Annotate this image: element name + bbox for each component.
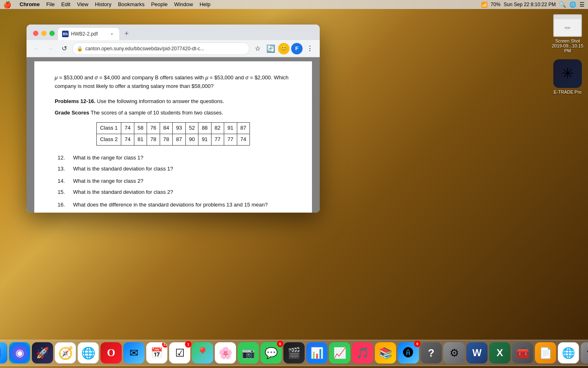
menu-window[interactable]: Window xyxy=(171,0,196,9)
dock-chrome[interactable]: 🌐 xyxy=(78,342,99,364)
numbers-icon: 📈 xyxy=(333,347,346,359)
q13-num: 13. xyxy=(55,165,65,173)
etrade-label: E-TRADE Pro xyxy=(554,90,581,94)
chrome-icon: 🌐 xyxy=(81,346,96,360)
problems-desc: Use the following information to answer … xyxy=(97,98,224,104)
close-button[interactable] xyxy=(33,31,38,36)
toolbox-icon: 🧰 xyxy=(516,347,529,359)
desktop-icons: PDF Screen Shot2019-09...10.15 PM ✳ E-TR… xyxy=(551,14,584,94)
dock-finder[interactable]: 🖥 xyxy=(0,342,7,364)
grade-scores-desc: The scores of a sample of 10 students fr… xyxy=(91,110,223,116)
clock: Sun Sep 22 8:10:22 PM xyxy=(504,2,556,7)
spotlight-icon[interactable]: 🔍 xyxy=(559,1,566,8)
dock-safari[interactable]: 🧭 xyxy=(55,342,76,364)
new-tab-button[interactable]: + xyxy=(121,28,132,39)
questions-list: 12. What is the range for class 1? 13. W… xyxy=(55,154,292,209)
tab-close-button[interactable]: × xyxy=(109,31,115,37)
forward-button[interactable]: → xyxy=(45,43,56,54)
class2-score-2: 81 xyxy=(134,134,147,145)
minimize-button[interactable] xyxy=(41,31,47,36)
bookmark-button[interactable]: ☆ xyxy=(252,43,263,54)
reminders-icon: ☑ xyxy=(175,347,185,359)
menu-view[interactable]: View xyxy=(74,0,91,9)
dock-trash[interactable]: 🗑 xyxy=(581,342,588,364)
dock-maps[interactable]: 📍 xyxy=(192,342,213,364)
class1-score-3: 76 xyxy=(147,123,160,134)
refresh-button[interactable]: ↺ xyxy=(58,43,70,54)
class2-score-4: 78 xyxy=(160,134,172,145)
dock-pages[interactable]: 📄 xyxy=(535,342,556,364)
window-controls xyxy=(30,31,58,40)
toolbar-actions: ☆ 🔄 😊 F ⋮ xyxy=(252,43,316,54)
back-button[interactable]: ← xyxy=(31,43,42,54)
tab-title: HWB2-2.pdf xyxy=(71,31,106,37)
browser-window: Bb HWB2-2.pdf × + ← → ↺ 🔒 canton.open.su… xyxy=(27,25,320,213)
dock-opera[interactable]: O xyxy=(100,342,122,364)
active-tab[interactable]: Bb HWB2-2.pdf × xyxy=(58,28,119,40)
dock-preferences[interactable]: ⚙ xyxy=(443,342,465,364)
dock-numbers[interactable]: 📈 xyxy=(329,342,350,364)
grade-scores-label: Grade Scores xyxy=(55,110,89,116)
dock-chrome2[interactable]: 🌐 xyxy=(558,342,579,364)
menu-file[interactable]: File xyxy=(43,0,58,9)
extension-emoji-button[interactable]: 😊 xyxy=(278,43,290,54)
pdf-content: μ = $53,000 and σ = $4,000 and company B… xyxy=(27,57,320,213)
menu-people[interactable]: People xyxy=(148,0,171,9)
class1-score-1: 74 xyxy=(121,123,134,134)
menu-edit[interactable]: Edit xyxy=(58,0,74,9)
maximize-button[interactable] xyxy=(49,31,55,36)
notification-icon[interactable]: ☰ xyxy=(579,1,585,8)
table-row-1: Class 1 74 58 76 84 93 52 88 82 91 87 xyxy=(96,123,249,134)
siri-icon[interactable]: 🌐 xyxy=(569,1,576,8)
dock-reminders[interactable]: ☑ 1 xyxy=(169,342,190,364)
extension-refresh-button[interactable]: 🔄 xyxy=(265,43,276,54)
q16-num: 16. xyxy=(55,201,65,209)
dock-word[interactable]: W xyxy=(466,342,488,364)
apple-menu[interactable]: 🍎 xyxy=(3,1,11,9)
dock-facetime[interactable]: 📷 xyxy=(238,342,259,364)
menu-help[interactable]: Help xyxy=(196,0,214,9)
more-button[interactable]: ⋮ xyxy=(304,43,316,54)
menu-history[interactable]: History xyxy=(91,0,114,9)
profile-button[interactable]: F xyxy=(291,43,303,54)
tab-favicon: Bb xyxy=(62,31,69,37)
dock-keynote[interactable]: 📊 xyxy=(306,342,327,364)
word-icon: W xyxy=(472,347,482,359)
score-table: Class 1 74 58 76 84 93 52 88 82 91 87 Cl… xyxy=(96,122,250,146)
menu-chrome[interactable]: Chrome xyxy=(16,0,43,9)
lock-icon: 🔒 xyxy=(77,46,83,52)
class2-score-3: 78 xyxy=(147,134,160,145)
dock-mail[interactable]: ✉ xyxy=(123,342,145,364)
menu-bookmarks[interactable]: Bookmarks xyxy=(115,0,148,9)
dock-books[interactable]: 📚 xyxy=(375,342,396,364)
imovie-icon: 🎬 xyxy=(287,347,301,359)
books-icon: 📚 xyxy=(379,347,392,359)
mail-icon: ✉ xyxy=(129,347,138,359)
calendar-icon: 📅 xyxy=(151,347,163,359)
dock-messages[interactable]: 💬 6 xyxy=(261,342,282,364)
dock-toolbox[interactable]: 🧰 xyxy=(512,342,533,364)
dock-siri[interactable]: ◉ xyxy=(9,342,30,364)
dock-launchpad[interactable]: 🚀 xyxy=(32,342,53,364)
dock-calendar[interactable]: 📅 22 xyxy=(146,342,167,364)
dock-photos[interactable]: 🌸 xyxy=(215,342,236,364)
class2-score-9: 77 xyxy=(224,134,237,145)
etrade-icon-img: ✳ xyxy=(553,59,582,88)
class2-score-8: 77 xyxy=(211,134,224,145)
dock-music[interactable]: 🎵 xyxy=(352,342,373,364)
dock-excel[interactable]: X xyxy=(489,342,510,364)
dock-appstore[interactable]: 🅐 9 xyxy=(398,342,419,364)
table-row-2: Class 2 74 81 78 78 87 90 91 77 77 74 xyxy=(96,134,249,145)
dock-imovie[interactable]: 🎬 xyxy=(283,342,305,364)
maps-icon: 📍 xyxy=(196,347,209,359)
appstore-icon: 🅐 xyxy=(403,347,414,359)
desktop-icon-screenshot[interactable]: PDF Screen Shot2019-09...10.15 PM xyxy=(551,14,584,53)
help-icon: ? xyxy=(428,347,434,359)
q12-num: 12. xyxy=(55,154,65,162)
facetime-icon: 📷 xyxy=(242,347,255,359)
address-bar[interactable]: 🔒 canton.open.suny.edu/bbcswebdav/pid-20… xyxy=(72,43,249,55)
dock-help[interactable]: ? xyxy=(421,342,442,364)
desktop-icon-etrade[interactable]: ✳ E-TRADE Pro xyxy=(553,59,582,94)
q16-text: What does the difference in the standard… xyxy=(73,201,268,209)
launchpad-icon: 🚀 xyxy=(36,347,49,359)
